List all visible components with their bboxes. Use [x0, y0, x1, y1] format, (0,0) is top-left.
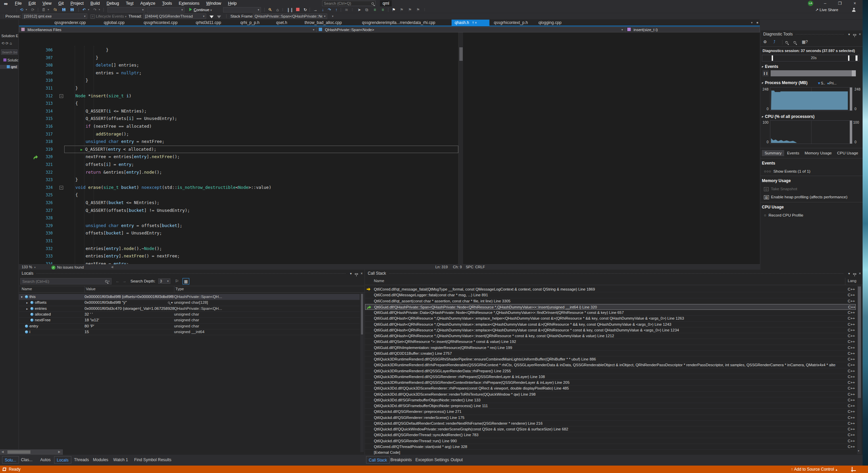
new-file-dropdown[interactable]: ▾: [47, 7, 50, 13]
tool-tab[interactable]: Autos: [38, 456, 53, 464]
document-tab[interactable]: throw_bad_alloc.cpp: [302, 20, 349, 26]
code-line-324[interactable]: 324− void erase(size_t bucket) noexcept(…: [19, 184, 463, 192]
call-stack-frame[interactable]: Qt6Guid.dll!QHash<QRhiResource *,QHashDu…: [365, 327, 856, 333]
code-line-331[interactable]: 331: [19, 237, 463, 245]
line-number[interactable]: 310: [38, 77, 53, 84]
locals-row-entry[interactable]: entry80 'P'unsigned char: [19, 323, 360, 329]
code-line-310[interactable]: 310 }: [19, 77, 463, 84]
line-number[interactable]: 329: [38, 222, 53, 230]
locals-row-entries[interactable]: ▸entries0x000001f6f3d3c470 {storage={_Va…: [19, 306, 360, 312]
scrollbar-thumb[interactable]: [361, 294, 363, 334]
call-stack-frame[interactable]: Qt6Guid.dll!QHashPrivate::Data<QHashPriv…: [365, 310, 856, 316]
back-icon[interactable]: ⟲: [1, 41, 4, 45]
document-tab[interactable]: qssgrenderer.cpp: [51, 20, 91, 26]
document-tab[interactable]: qhash.h ⤒ ×: [452, 20, 489, 26]
tab-pin-close-icons[interactable]: ⤒ ×: [472, 21, 477, 25]
tool-tab[interactable]: Breakpoints: [388, 456, 414, 464]
tab-list-chevron-icon[interactable]: ▾: [751, 21, 753, 24]
menu-item[interactable]: Edit: [25, 0, 39, 7]
code-line-319[interactable]: 319 ▶ Q_ASSERT(entry < allocated);: [19, 146, 463, 153]
continue-button[interactable]: Continue ▾: [189, 7, 212, 13]
visualizer-magnifier-icon[interactable]: ▾: [168, 300, 173, 305]
code-line-318[interactable]: 318 unsigned char entry = nextFree;: [19, 138, 463, 146]
diagnostic-tools-title-bar[interactable]: Diagnostic Tools ▾ ×: [761, 30, 863, 38]
code-line-311[interactable]: 311 }: [19, 84, 463, 92]
code-line-323[interactable]: 323 }: [19, 176, 463, 184]
document-tab[interactable]: qrhi_p_p.h: [237, 20, 265, 26]
find-in-files-icon[interactable]: 🔍︎: [267, 7, 273, 13]
hscroll-left-arrow-icon[interactable]: ◀: [111, 265, 113, 269]
add-to-source-control-button[interactable]: ↑ Add to Source Control ▲: [791, 467, 838, 472]
events-track-bar[interactable]: [771, 70, 852, 76]
clear-bookmarks-icon[interactable]: ⚑⁠: [415, 7, 421, 13]
call-stack-frame[interactable]: Qt6Quickd.dll!QSGDefaultRenderContext::r…: [365, 421, 856, 426]
menu-item[interactable]: Git: [55, 0, 67, 7]
call-stack-frame[interactable]: Qt6Guid.dll!QHash<QRhiResource *,QHashDu…: [365, 322, 856, 327]
locals-row-nextFree[interactable]: nextFree18 '\x12'unsigned char: [19, 317, 360, 323]
flag-filter-icon[interactable]: ⚐: [175, 279, 179, 283]
pin-icon[interactable]: [354, 272, 359, 275]
search-next-icon[interactable]: →: [122, 279, 126, 283]
scrollbar-thumb[interactable]: [7, 450, 30, 454]
call-stack-frame[interactable]: Qt6Quickd.dll!QSGRenderer::preprocess() …: [365, 409, 856, 415]
variable-value[interactable]: 18 '\x12': [85, 317, 174, 323]
home-icon[interactable]: ⌂: [10, 41, 12, 45]
variable-value[interactable]: 15: [85, 329, 174, 335]
call-stack-frame[interactable]: Qt6Guid.dll!QHash<QRhiResource *,QHashDu…: [365, 333, 856, 339]
line-number[interactable]: 322: [38, 169, 53, 176]
code-line-308[interactable]: 308 delete[] entries;: [19, 61, 463, 69]
filter-threads-icon[interactable]: [210, 15, 214, 19]
line-number[interactable]: 323: [38, 176, 53, 184]
zoom-level-dropdown[interactable]: 133 % ▾: [22, 265, 35, 269]
solution-home-icon[interactable]: ⌂: [274, 7, 281, 13]
call-stack-frame[interactable]: Qt6Cored.dll!qt_assert(const char * asse…: [365, 298, 856, 304]
tool-tab[interactable]: Clas...: [19, 456, 35, 464]
document-tab[interactable]: qglobal.cpp: [101, 20, 132, 26]
pin-icon[interactable]: [852, 272, 857, 275]
minimize-button[interactable]: –: [819, 0, 831, 7]
tab-overflow-icon[interactable]: ■︎: [756, 21, 758, 24]
document-tab[interactable]: qlogging.cpp: [535, 20, 569, 26]
scroll-down-arrow-icon[interactable]: ▾: [858, 449, 859, 452]
overflow-dropdown[interactable]: ⋮: [281, 7, 284, 13]
line-number[interactable]: 306: [38, 46, 53, 54]
thread-combo[interactable]: [24844] QSGRenderThread▾: [143, 14, 206, 19]
line-number[interactable]: 307: [38, 54, 53, 62]
menu-item[interactable]: Analyze: [137, 0, 159, 7]
zoom-in-icon[interactable]: +: [786, 40, 790, 45]
search-prev-icon[interactable]: ←: [116, 279, 120, 283]
scrollbar-thumb[interactable]: [858, 287, 861, 398]
record-cpu-profile-button[interactable]: ○ Record CPU Profile: [764, 213, 803, 218]
code-line-327[interactable]: 327 Q_ASSERT(offsets[bucket] != UnusedEn…: [19, 207, 463, 215]
code-line-309[interactable]: 309 entries = nullptr;: [19, 69, 463, 77]
tool-tab[interactable]: Solu...: [2, 456, 19, 464]
call-stack-frame[interactable]: Qt6Quick3DRuntimeRenderd.dll!QSSGRhiShad…: [365, 356, 856, 362]
call-stack-frame[interactable]: Qt6Quickd.dll!QSGRenderer::renderScene()…: [365, 415, 856, 421]
code-map-dropdown[interactable]: ⋮: [351, 7, 354, 13]
undo-icon[interactable]: ↶: [81, 7, 87, 13]
menu-item[interactable]: Tools: [159, 0, 175, 7]
select-cursor-icon[interactable]: ➤: [356, 7, 362, 13]
tree-expander-icon[interactable]: ▾: [21, 294, 25, 300]
nav-scope-dropdown[interactable]: Miscellaneous Files ▾: [19, 27, 316, 32]
call-stack-frame[interactable]: Qt6Quick3Dd.dll!SGFramebufferObjectNode:…: [365, 397, 856, 403]
cpu-section-header[interactable]: CPU (% of all processors): [762, 114, 815, 119]
forward-icon[interactable]: ⟳: [5, 41, 8, 45]
document-tab[interactable]: qssgrendererimplla...rrenderdata_rhi.cpp: [359, 20, 443, 26]
tool-tab[interactable]: Threads: [72, 456, 91, 464]
filter-flagged-icon[interactable]: [217, 15, 221, 19]
call-stack-frame[interactable]: Qt6Guid.dll!QHash<QRhiResource *,QHashDu…: [365, 316, 856, 321]
cpu-chart[interactable]: [770, 120, 852, 144]
zoom-out-icon[interactable]: −: [794, 40, 798, 45]
code-line-325[interactable]: 325 {: [19, 191, 463, 199]
call-stack-frame[interactable]: Qt6Quick3DRuntimeRenderd.dll!rhiPrepareR…: [365, 362, 856, 368]
code-map-icon[interactable]: ≋: [343, 7, 349, 13]
fold-collapse-icon[interactable]: −: [59, 94, 63, 98]
nav-member-dropdown[interactable]: insert(size_t i): [625, 27, 760, 32]
locals-search-input[interactable]: Search (Ctrl+E) ▾: [20, 278, 112, 284]
step-out-icon[interactable]: ↑: [333, 7, 339, 13]
memory-section-header[interactable]: Process Memory (MB): [762, 80, 807, 85]
call-stack-frame[interactable]: Qt6Cored.dll!QMessageLogger::fatal(const…: [365, 292, 856, 298]
code-line-326[interactable]: 326 Q_ASSERT(bucket <= NEntries);: [19, 199, 463, 207]
line-number[interactable]: 334: [38, 260, 53, 264]
